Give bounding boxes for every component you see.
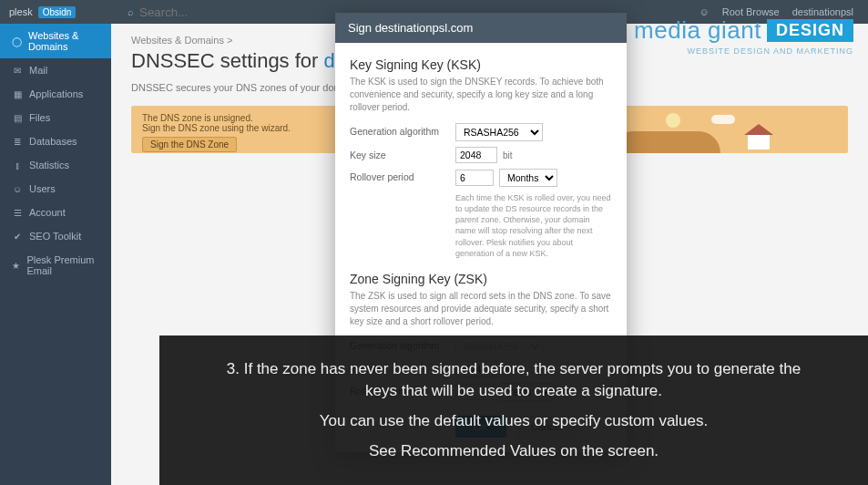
topbar-account[interactable]: destinationpsl	[792, 6, 853, 17]
sidebar-item-label: Files	[29, 112, 50, 123]
logo-text: plesk	[9, 6, 33, 17]
users-icon: ☺	[12, 184, 23, 194]
ksk-rollover-unit[interactable]: Months	[499, 169, 557, 187]
caption-line3: See Recommended Values on the screen.	[369, 440, 659, 463]
account-icon: ☰	[12, 208, 23, 218]
ksk-algo-select[interactable]: RSASHA256	[455, 123, 543, 141]
sidebar-item-label: SEO Toolkit	[29, 231, 81, 242]
search-icon: ⌕	[128, 6, 134, 17]
sidebar-item-databases[interactable]: ≣ Databases	[0, 129, 111, 153]
sidebar-item-seo[interactable]: ✔ SEO Toolkit	[0, 224, 111, 248]
ksk-rollover-label: Rollover period	[350, 169, 448, 182]
sidebar-item-account[interactable]: ☰ Account	[0, 201, 111, 224]
ksk-description: The KSK is used to sign the DNSKEY recor…	[350, 76, 612, 114]
premium-mail-icon: ★	[12, 261, 20, 271]
caption-line1: 3. If the zone has never been signed bef…	[214, 358, 813, 403]
sidebar-item-label: Websites & Domains	[28, 30, 102, 52]
banner-illustration	[611, 106, 848, 153]
search-input[interactable]	[139, 5, 322, 19]
files-icon: ▤	[12, 113, 23, 123]
modal-title: Sign destinationpsl.com	[335, 13, 627, 43]
sidebar-item-premium-email[interactable]: ★ Plesk Premium Email	[0, 248, 111, 283]
caption-line2: You can use the default values or specif…	[320, 410, 709, 433]
ksk-rollover-value[interactable]	[455, 170, 494, 186]
sidebar-item-label: Databases	[29, 136, 77, 147]
sidebar-item-files[interactable]: ▤ Files	[0, 106, 111, 129]
sidebar: ◯ Websites & Domains ✉ Mail ▦ Applicatio…	[0, 24, 111, 485]
stats-icon: ⫿	[12, 160, 23, 170]
ksk-rollover-note: Each time the KSK is rolled over, you ne…	[455, 192, 612, 259]
zsk-heading: Zone Signing Key (ZSK)	[350, 272, 612, 286]
page-title-prefix: DNSSEC settings for	[131, 49, 324, 72]
ksk-heading: Key Signing Key (KSK)	[350, 57, 612, 72]
ksk-size-label: Key size	[350, 147, 448, 160]
zsk-description: The ZSK is used to sign all record sets …	[350, 290, 612, 328]
database-icon: ≣	[12, 137, 23, 147]
seo-icon: ✔	[12, 232, 23, 242]
sign-zone-button[interactable]: Sign the DNS Zone	[142, 137, 237, 152]
sidebar-item-label: Applications	[29, 88, 83, 99]
sidebar-item-label: Statistics	[29, 160, 69, 170]
sidebar-item-statistics[interactable]: ⫿ Statistics	[0, 153, 111, 177]
sidebar-item-label: Users	[29, 183, 56, 194]
ksk-size-unit: bit	[503, 150, 513, 160]
sidebar-item-label: Account	[29, 207, 66, 218]
ksk-size-input[interactable]	[455, 147, 497, 163]
sidebar-item-mail[interactable]: ✉ Mail	[0, 58, 111, 82]
sidebar-item-label: Plesk Premium Email	[26, 254, 102, 276]
topbar-user[interactable]: Root Browse	[722, 6, 780, 17]
sidebar-item-applications[interactable]: ▦ Applications	[0, 82, 111, 106]
globe-icon: ◯	[12, 36, 22, 46]
logo[interactable]: plesk Obsidn	[0, 6, 111, 18]
apps-icon: ▦	[12, 89, 23, 99]
logo-badge: Obsidn	[38, 6, 77, 18]
mail-icon: ✉	[12, 66, 23, 76]
sidebar-item-websites[interactable]: ◯ Websites & Domains	[0, 24, 111, 58]
sidebar-item-label: Mail	[29, 65, 47, 76]
user-icon: ☺	[700, 6, 710, 17]
video-caption: 3. If the zone has never been signed bef…	[159, 335, 868, 485]
sidebar-item-users[interactable]: ☺ Users	[0, 177, 111, 201]
ksk-algo-label: Generation algorithm	[350, 123, 448, 137]
